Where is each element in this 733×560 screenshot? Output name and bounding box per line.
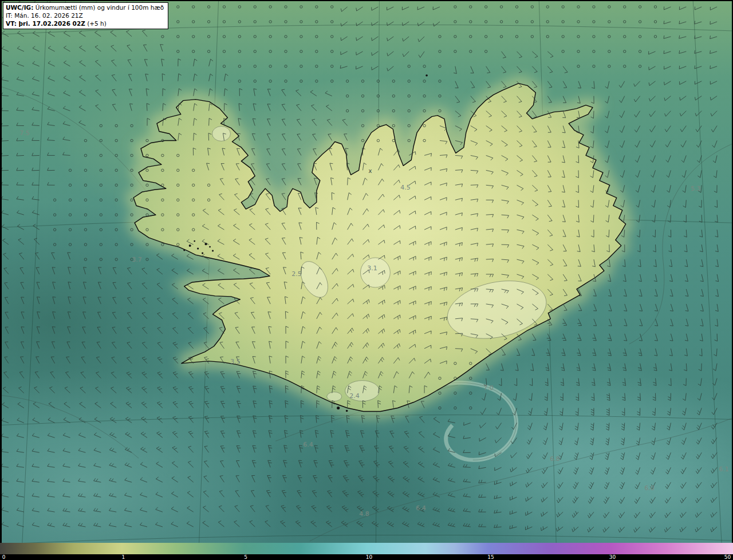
valid-time: VT: þri. 17.02.2026 02Z	[6, 20, 85, 27]
calm-wind-circles	[53, 6, 656, 409]
map-title-box: UWC/IG: Úrkomumætti (mm) og vindur í 100…	[3, 2, 168, 29]
valid-time-line: VT: þri. 17.02.2026 02Z (+5 h)	[6, 19, 164, 27]
colorbar-scale: 01510153050	[0, 554, 733, 560]
colorbar-tick: 1	[121, 554, 125, 560]
colorbar-tick: 0	[2, 554, 6, 560]
wind-barbs	[2, 1, 719, 533]
weather-map: x 7.54.55.33.72.53.13.52.47.06.46.86.16.…	[0, 0, 733, 543]
precipitation-colorbar	[0, 543, 733, 554]
colorbar-tick: 5	[244, 554, 247, 560]
wind-barb-layer	[2, 1, 732, 543]
colorbar-tick: 50	[724, 554, 731, 560]
valid-offset: (+5 h)	[85, 20, 107, 27]
title-line: UWC/IG: Úrkomumætti (mm) og vindur í 100…	[6, 3, 164, 11]
colorbar-tick: 15	[487, 554, 494, 560]
init-time: IT: Mán. 16. 02. 2026 21Z	[6, 11, 164, 19]
model-name: UWC/IG:	[6, 4, 33, 11]
colorbar-tick: 10	[366, 554, 372, 560]
weather-chart-app: x 7.54.55.33.72.53.13.52.47.06.46.86.16.…	[0, 0, 733, 560]
map-title: Úrkomumætti (mm) og vindur í 100m hæð	[33, 4, 164, 11]
colorbar-tick: 30	[609, 554, 616, 560]
